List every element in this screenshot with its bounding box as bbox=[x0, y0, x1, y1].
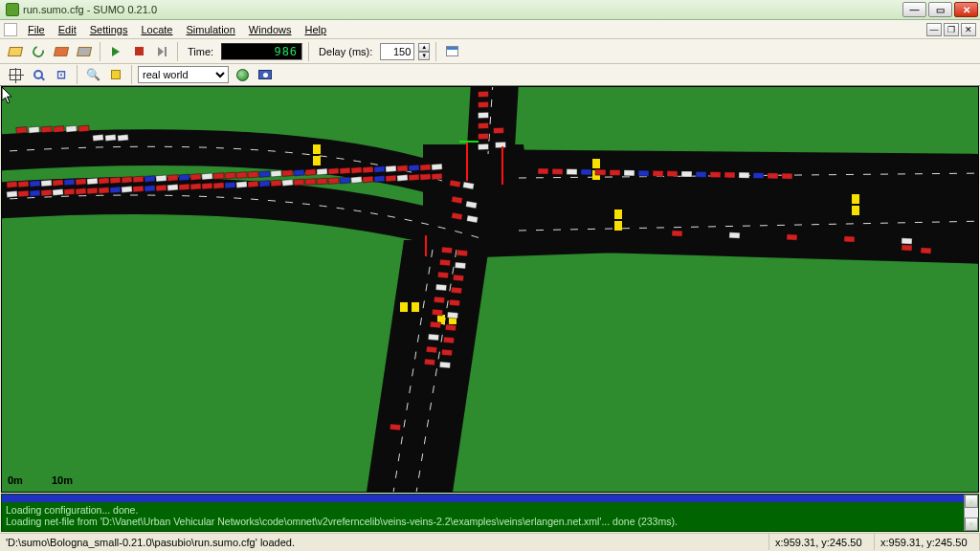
svg-rect-73 bbox=[271, 180, 281, 187]
scroll-down-icon[interactable]: ▼ bbox=[965, 518, 978, 531]
status-path: 'D:\sumo\Bologna_small-0.21.0\pasubio\ru… bbox=[0, 534, 769, 550]
menu-settings[interactable]: Settings bbox=[83, 22, 135, 37]
svg-rect-64 bbox=[167, 185, 178, 191]
svg-rect-113 bbox=[768, 173, 778, 179]
camera-icon bbox=[258, 70, 272, 79]
svg-rect-106 bbox=[667, 171, 678, 177]
svg-rect-40 bbox=[328, 168, 339, 175]
svg-rect-3 bbox=[412, 302, 419, 312]
scale-ruler: 0m 10m bbox=[8, 474, 73, 486]
menu-help[interactable]: Help bbox=[298, 22, 333, 37]
svg-rect-123 bbox=[478, 101, 488, 107]
svg-rect-58 bbox=[99, 187, 109, 194]
svg-rect-129 bbox=[495, 142, 505, 147]
svg-rect-74 bbox=[282, 180, 293, 187]
scroll-up-icon[interactable]: ▲ bbox=[965, 495, 978, 508]
close-button[interactable]: ✕ bbox=[954, 2, 978, 17]
svg-rect-84 bbox=[397, 175, 408, 182]
save-button[interactable] bbox=[52, 42, 71, 61]
menu-locate[interactable]: Locate bbox=[134, 22, 179, 37]
svg-rect-76 bbox=[305, 179, 316, 186]
svg-rect-63 bbox=[156, 185, 167, 191]
svg-rect-38 bbox=[305, 169, 316, 176]
svg-rect-119 bbox=[902, 238, 912, 244]
svg-rect-33 bbox=[248, 171, 258, 178]
svg-rect-6 bbox=[614, 209, 622, 219]
svg-rect-22 bbox=[122, 177, 132, 184]
maximize-button[interactable]: ▭ bbox=[928, 2, 952, 17]
svg-rect-18 bbox=[76, 179, 86, 186]
svg-rect-57 bbox=[87, 187, 98, 194]
flag-button[interactable] bbox=[106, 65, 125, 84]
spinner-down-icon[interactable]: ▼ bbox=[418, 52, 430, 60]
svg-rect-105 bbox=[653, 170, 663, 176]
separator bbox=[77, 65, 78, 84]
stop-icon bbox=[135, 47, 144, 55]
svg-rect-14 bbox=[30, 181, 40, 187]
zoom-fit-button[interactable]: ⊡ bbox=[52, 65, 71, 84]
pan-button[interactable] bbox=[6, 65, 25, 84]
svg-rect-86 bbox=[420, 174, 431, 181]
svg-rect-147 bbox=[455, 262, 466, 269]
step-button[interactable] bbox=[152, 42, 171, 61]
log-scrollbar[interactable]: ▲ ▼ bbox=[964, 495, 978, 531]
crosshair-icon bbox=[10, 69, 21, 80]
simulation-view[interactable]: 0m 10m bbox=[1, 86, 979, 493]
open-button[interactable] bbox=[6, 42, 25, 61]
delay-spinner[interactable]: ▲ ▼ bbox=[418, 43, 430, 60]
color-scheme-button[interactable] bbox=[233, 65, 252, 84]
stop-button[interactable] bbox=[129, 42, 148, 61]
svg-rect-141 bbox=[432, 309, 443, 316]
app-window-button[interactable] bbox=[442, 42, 461, 61]
scale-zero: 0m bbox=[8, 474, 23, 486]
svg-rect-17 bbox=[64, 179, 75, 186]
view-mode-select[interactable]: real world bbox=[138, 66, 229, 83]
zoom-button[interactable] bbox=[29, 65, 48, 84]
mdi-close-button[interactable]: ✕ bbox=[961, 23, 976, 36]
svg-rect-145 bbox=[424, 359, 435, 365]
svg-rect-24 bbox=[145, 176, 155, 183]
svg-rect-82 bbox=[374, 176, 385, 183]
mdi-restore-button[interactable]: ❐ bbox=[944, 23, 959, 36]
menu-windows[interactable]: Windows bbox=[242, 22, 299, 37]
svg-rect-21 bbox=[110, 177, 121, 184]
reload-button[interactable] bbox=[29, 42, 48, 61]
svg-rect-121 bbox=[921, 248, 931, 254]
title-bar: run.sumo.cfg - SUMO 0.21.0 — ▭ ✕ bbox=[0, 0, 980, 20]
minimize-button[interactable]: — bbox=[902, 2, 926, 17]
delay-input[interactable] bbox=[380, 43, 414, 60]
svg-rect-157 bbox=[466, 143, 468, 181]
svg-rect-94 bbox=[93, 135, 103, 142]
svg-rect-139 bbox=[435, 284, 447, 291]
svg-rect-146 bbox=[457, 250, 468, 256]
system-menu-icon[interactable] bbox=[4, 23, 17, 36]
time-display: 986 bbox=[221, 43, 302, 60]
print-button[interactable] bbox=[75, 42, 94, 61]
svg-rect-153 bbox=[443, 337, 455, 343]
svg-rect-28 bbox=[190, 174, 201, 181]
spinner-up-icon[interactable]: ▲ bbox=[418, 43, 430, 52]
mdi-minimize-button[interactable]: — bbox=[926, 23, 942, 36]
svg-rect-31 bbox=[225, 172, 235, 179]
delay-label: Delay (ms): bbox=[315, 46, 376, 57]
menu-file[interactable]: File bbox=[21, 22, 52, 37]
svg-rect-107 bbox=[681, 171, 692, 177]
svg-rect-115 bbox=[672, 231, 682, 236]
svg-rect-108 bbox=[696, 171, 706, 177]
menu-edit[interactable]: Edit bbox=[52, 22, 83, 37]
svg-rect-0 bbox=[313, 144, 321, 154]
svg-rect-122 bbox=[478, 91, 488, 97]
svg-rect-81 bbox=[363, 176, 373, 183]
screenshot-button[interactable] bbox=[256, 65, 275, 84]
separator bbox=[131, 65, 132, 84]
menu-simulation[interactable]: Simulation bbox=[179, 22, 241, 37]
svg-rect-7 bbox=[614, 221, 622, 231]
locate-icon: 🔍 bbox=[86, 68, 100, 81]
svg-rect-71 bbox=[248, 181, 258, 187]
svg-rect-50 bbox=[7, 191, 17, 198]
svg-rect-159 bbox=[425, 235, 427, 256]
play-button[interactable] bbox=[106, 42, 125, 61]
locate-button[interactable]: 🔍 bbox=[83, 65, 102, 84]
svg-rect-47 bbox=[409, 165, 419, 171]
svg-rect-52 bbox=[30, 190, 40, 197]
